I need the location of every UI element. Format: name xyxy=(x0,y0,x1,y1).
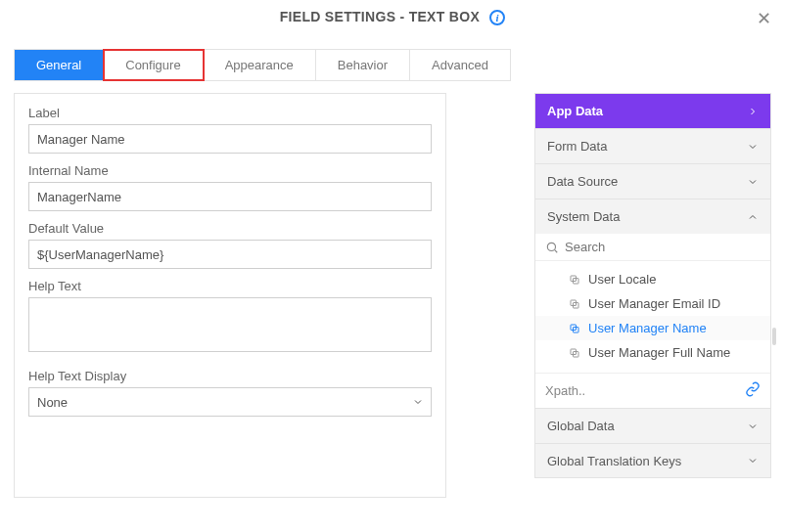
global-translation-label: Global Translation Keys xyxy=(547,454,681,468)
dialog-header: FIELD SETTINGS - TEXT BOX i ✕ xyxy=(0,0,785,33)
chevron-down-icon xyxy=(747,421,759,432)
system-data-label: System Data xyxy=(547,209,620,224)
copy-icon xyxy=(569,347,580,359)
general-panel: Label Internal Name Default Value Help T… xyxy=(14,93,446,498)
list-item-label: User Manager Email ID xyxy=(588,296,720,311)
list-item-label: User Manager Name xyxy=(588,321,707,335)
global-data-header[interactable]: Global Data xyxy=(534,408,771,443)
info-icon[interactable]: i xyxy=(489,10,505,25)
chevron-up-icon xyxy=(747,211,759,223)
system-data-search-input[interactable] xyxy=(565,240,761,254)
default-value-label: Default Value xyxy=(28,221,432,236)
title-prefix: FIELD SETTINGS - xyxy=(280,9,409,24)
app-data-label: App Data xyxy=(547,104,603,118)
system-data-search-row xyxy=(535,234,770,261)
system-data-header[interactable]: System Data xyxy=(534,199,771,234)
system-data-body: User Locale User Manager Email ID User M… xyxy=(534,234,771,408)
body-row: Label Internal Name Default Value Help T… xyxy=(0,93,785,498)
scrollbar-thumb[interactable] xyxy=(772,328,776,345)
chevron-down-icon xyxy=(747,176,759,188)
chevron-right-icon xyxy=(747,106,759,117)
close-icon[interactable]: ✕ xyxy=(757,8,771,29)
link-icon[interactable] xyxy=(745,381,761,400)
list-item[interactable]: User Manager Full Name xyxy=(535,340,770,365)
chevron-down-icon xyxy=(747,455,759,466)
svg-line-1 xyxy=(555,249,558,252)
help-text-label: Help Text xyxy=(28,279,432,293)
tab-bar: General Configure Appearance Behavior Ad… xyxy=(14,49,511,81)
list-item-label: User Locale xyxy=(588,272,656,287)
copy-icon xyxy=(569,323,580,334)
data-picker-panel: App Data Form Data Data Source System Da… xyxy=(534,93,771,478)
form-data-label: Form Data xyxy=(547,139,607,154)
dialog-title: FIELD SETTINGS - TEXT BOX i xyxy=(280,9,506,25)
label-input[interactable] xyxy=(28,124,432,154)
form-data-header[interactable]: Form Data xyxy=(534,128,771,163)
xpath-row: Xpath.. xyxy=(535,373,770,408)
help-text-input[interactable] xyxy=(28,297,432,352)
system-data-list: User Locale User Manager Email ID User M… xyxy=(535,261,770,373)
default-value-input[interactable] xyxy=(28,240,432,269)
app-data-header[interactable]: App Data xyxy=(534,93,771,128)
svg-point-0 xyxy=(547,243,555,250)
global-translation-header[interactable]: Global Translation Keys xyxy=(534,443,771,478)
tab-advanced[interactable]: Advanced xyxy=(410,50,510,80)
internal-name-label: Internal Name xyxy=(28,163,432,178)
copy-icon xyxy=(569,274,580,286)
search-icon xyxy=(545,241,559,254)
list-item[interactable]: User Manager Name xyxy=(535,316,770,340)
list-item[interactable]: User Locale xyxy=(535,267,770,291)
copy-icon xyxy=(569,298,580,310)
help-text-display-label: Help Text Display xyxy=(28,369,432,383)
internal-name-input[interactable] xyxy=(28,182,432,211)
chevron-down-icon xyxy=(747,141,759,153)
list-item[interactable]: User Manager Email ID xyxy=(535,291,770,316)
label-label: Label xyxy=(28,106,432,120)
help-text-display-select[interactable] xyxy=(28,387,432,417)
tab-configure[interactable]: Configure xyxy=(104,50,203,80)
data-source-label: Data Source xyxy=(547,174,618,189)
title-type: TEXT BOX xyxy=(409,9,480,24)
tab-general[interactable]: General xyxy=(15,50,104,80)
help-text-display-value[interactable] xyxy=(28,387,432,417)
list-item-label: User Manager Full Name xyxy=(588,345,730,360)
tab-appearance[interactable]: Appearance xyxy=(204,50,316,80)
global-data-label: Global Data xyxy=(547,419,615,433)
data-source-header[interactable]: Data Source xyxy=(534,163,771,199)
tab-behavior[interactable]: Behavior xyxy=(316,50,410,80)
xpath-label: Xpath.. xyxy=(545,383,585,398)
